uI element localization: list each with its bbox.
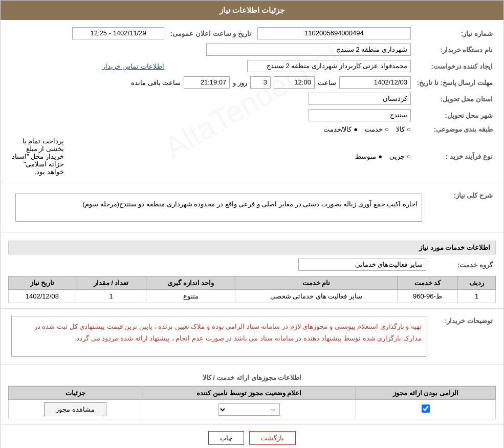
city-label: شهر محل تحویل: [414, 107, 496, 123]
buyer-note-text: تهیه و بارگذاری استعلام پیوستی و مجوزهای… [11, 316, 426, 357]
radio-kala-khedmat-icon: ● [354, 125, 358, 133]
permits-col-required: الزامی بودن ارائه مجوز [356, 387, 496, 400]
reply-deadline-label: مهلت ارسال پاسخ: تا تاریخ: [414, 74, 496, 91]
reply-time-label: ساعت [318, 79, 336, 87]
col-date: تاریخ نیاز [9, 276, 76, 290]
province-label: استان محل تحویل: [414, 91, 496, 107]
need-number-label: شماره نیاز: [414, 25, 496, 41]
reply-remaining-label: ساعت باقی مانده [131, 79, 181, 87]
description-label: شرح کلی نیاز: [429, 188, 496, 227]
list-item: -- مشاهده مجوز [9, 400, 496, 419]
back-button[interactable]: بازگشت [249, 431, 296, 445]
reply-days-label: روز و [233, 79, 247, 87]
permits-col-status: اعلام وضعیت مجوز توسط نامین کننده [142, 387, 356, 400]
col-name: نام خدمت [235, 276, 398, 290]
service-group-label: گروه خدمت: [429, 257, 496, 273]
cell-row: 1 [458, 290, 496, 303]
category-option-khedmat[interactable]: ○ خدمت [365, 125, 389, 133]
announce-date-value: 1402/11/29 - 12:25 [72, 27, 164, 39]
col-row: ردیف [458, 276, 496, 290]
col-code: کد خدمت [397, 276, 457, 290]
purchase-type-motavaset[interactable]: ● متوسط [355, 153, 382, 160]
view-permit-button[interactable]: مشاهده مجوز [44, 402, 106, 416]
need-number-value: 1102005694000494 [257, 27, 411, 39]
category-option-kala-khedmat[interactable]: ● کالا/خدمت [323, 125, 358, 133]
cell-code: ط-96-960 [397, 290, 457, 303]
service-group-value: سایر فعالیت‌های خدماتی [298, 259, 426, 271]
permit-detail-cell: مشاهده مجوز [9, 400, 142, 419]
permits-title: اطلاعات مجوزهای ارائه خدمت / کالا [8, 370, 496, 386]
permit-required-cell [356, 400, 496, 419]
creator-contact-link[interactable]: اطلاعات تماس خریدار [102, 62, 164, 70]
category-label: طبقه بندی موضوعی: [414, 123, 496, 135]
province-value: کردستان [309, 93, 411, 105]
radio-motavaset-icon: ● [378, 153, 382, 160]
category-option-kala[interactable]: ○ کالا [396, 125, 411, 133]
permit-status-select[interactable]: -- [218, 403, 280, 416]
city-value: سنندج [309, 109, 411, 121]
table-row: 1 ط-96-960 سایر فعالیت های خدماتی شخصی م… [9, 290, 496, 303]
creator-label: ایجاد کننده درخواست: [414, 58, 496, 74]
cell-qty: 1 [76, 290, 146, 303]
buyer-note-label: توضیحات خریدار: [429, 314, 496, 359]
services-section-title: اطلاعات خدمات مورد نیاز [8, 241, 496, 254]
reply-date: 1402/12/03 [339, 76, 411, 89]
purchase-type-jozi[interactable]: ○ جزیی [389, 153, 411, 160]
permit-required-checkbox[interactable] [422, 404, 430, 413]
buyer-org-value: شهرداری منطقه 2 سنندج [206, 44, 411, 56]
purchase-type-note: پرداخت تمام یا بخشی از مبلغ خریداز محل "… [8, 135, 69, 178]
radio-khedmat-icon: ○ [385, 125, 389, 133]
permit-status-cell: -- [142, 400, 356, 419]
purchase-type-label: نوع فرآیند خرید : [414, 135, 496, 178]
cell-name: سایر فعالیت های خدماتی شخصی [235, 290, 398, 303]
buyer-org-label: نام دستگاه خریدار: [414, 41, 496, 58]
radio-jozi-icon: ○ [407, 153, 411, 160]
cell-unit: متنوع [146, 290, 235, 303]
announce-date-label: تاریخ و ساعت اعلان عمومی: [167, 25, 254, 41]
print-button[interactable]: چاپ [208, 431, 244, 445]
cell-date: 1402/12/08 [9, 290, 76, 303]
description-text: اجاره اکیپ جمع آوری زباله بصورت دستی در … [15, 194, 422, 222]
reply-days: 3 [250, 76, 271, 89]
permits-col-detail: جزئیات [9, 387, 142, 400]
reply-remaining-time: 21:19:07 [184, 76, 230, 89]
reply-time: 12:00 [274, 76, 315, 89]
creator-value: محمدفواد عزتی کاربرداز شهرداری منطقه 2 س… [247, 60, 411, 72]
col-unit: واحد اندازه گیری [146, 276, 235, 290]
page-title: جزئیات اطلاعات نیاز [1, 1, 503, 20]
radio-kala-icon: ○ [407, 125, 411, 133]
col-qty: تعداد / مقدار [76, 276, 146, 290]
